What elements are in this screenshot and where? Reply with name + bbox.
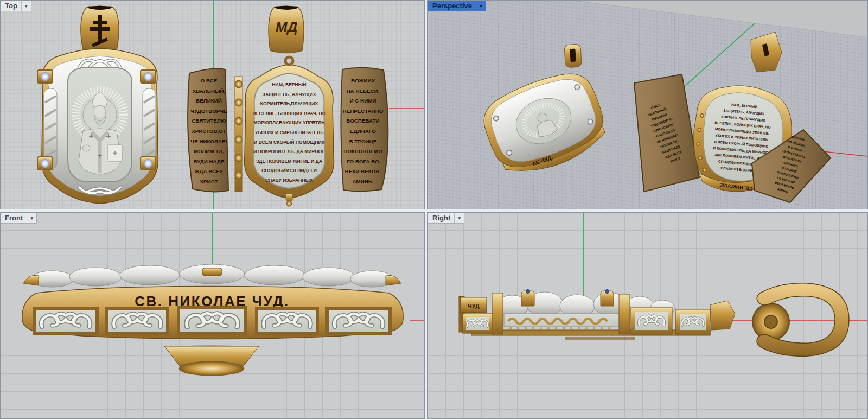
orthodox-cross-icon (570, 49, 576, 62)
perspective-viewport-canvas[interactable]: АЕ ЧУД. О ВСЕХВАЛЬНЫЙ,ВЕЛИКИЙЧУДОТВОРЧЕС… (428, 1, 867, 209)
viewport-perspective[interactable]: АЕ ЧУД. О ВСЕХВАЛЬНЫЙ,ВЕЛИКИЙЧУДОТВОРЧЕС… (427, 0, 868, 210)
side-engraving: ЧУД (468, 303, 480, 309)
chevron-down-icon[interactable]: ▾ (27, 213, 36, 223)
viewport-tab-right[interactable]: Right ▾ (428, 213, 464, 224)
top-viewport-canvas[interactable]: МД О ВСЕХВАЛЬНЫЙ,ВЕЛИКИЙЧУДОТВОРЧЕСВЯТИТ… (1, 1, 424, 209)
cad-four-viewport-workspace: МД О ВСЕХВАЛЬНЫЙ,ВЕЛИКИЙЧУДОТВОРЧЕСВЯТИТ… (0, 0, 868, 419)
bottom-edge-strip (471, 330, 710, 335)
gold-post (492, 293, 503, 334)
viewport-tab-label: Right (432, 214, 450, 222)
viewport-right[interactable]: ЧУД (427, 212, 868, 419)
bail-pivot-pin (764, 315, 777, 328)
gem-prong-post (601, 290, 614, 307)
bottom-latch (286, 194, 292, 201)
front-viewport-canvas[interactable]: СВ. НИКОЛАЕ ЧУД. (1, 213, 424, 418)
bail-tip (202, 268, 222, 276)
viewport-tab-top[interactable]: Top ▾ (1, 1, 31, 11)
bail-foot (179, 361, 244, 376)
right-ornament-window (675, 309, 710, 334)
viewport-tab-label: Front (5, 214, 23, 222)
chevron-down-icon[interactable]: ▾ (454, 213, 464, 223)
ornament-windows (34, 308, 390, 334)
viewport-top[interactable]: МД О ВСЕХВАЛЬНЫЙ,ВЕЛИКИЙЧУДОТВОРЧЕСВЯТИТ… (0, 0, 425, 210)
left-ornament-window (463, 314, 492, 333)
sapphire-gem (605, 290, 609, 294)
bail-monogram: МД (276, 19, 298, 35)
right-viewport-canvas[interactable]: ЧУД (428, 213, 867, 418)
diamond-gem (144, 159, 152, 168)
bottom-latch-knob (286, 201, 292, 206)
viewport-front[interactable]: СВ. НИКОЛАЕ ЧУД. Front ▾ (0, 212, 425, 419)
viewport-tab-label: Top (5, 2, 17, 10)
right-ornament-window (631, 307, 672, 334)
diamond-gem (144, 72, 152, 81)
face (94, 105, 106, 118)
chevron-down-icon[interactable]: ▾ (21, 1, 31, 11)
diamond-gem (41, 72, 49, 81)
lower-lip (565, 337, 635, 340)
diamond-gem (41, 159, 49, 168)
center-prayer-text: НАМ, ВЕРНЫЙЗАЩИТЕЛЬ, АЛЧУЩИХКОРМИТЕЛЬ,ПЛ… (253, 81, 326, 183)
blessing-hand (82, 145, 90, 151)
chevron-down-icon[interactable]: ▾ (476, 1, 486, 11)
sapphire-gem (526, 290, 530, 294)
gold-post (619, 294, 630, 334)
pendant-bail (564, 44, 582, 68)
viewport-tab-front[interactable]: Front ▾ (1, 213, 37, 224)
viewport-tab-label: Perspective (432, 2, 472, 10)
viewport-tab-perspective[interactable]: Perspective ▾ (428, 1, 486, 11)
gem-prong-post (521, 290, 534, 307)
left-door-text: О ВСЕХВАЛЬНЫЙ,ВЕЛИКИЙЧУДОТВОРЧЕСВЯТИТЕЛЮ… (190, 78, 227, 185)
